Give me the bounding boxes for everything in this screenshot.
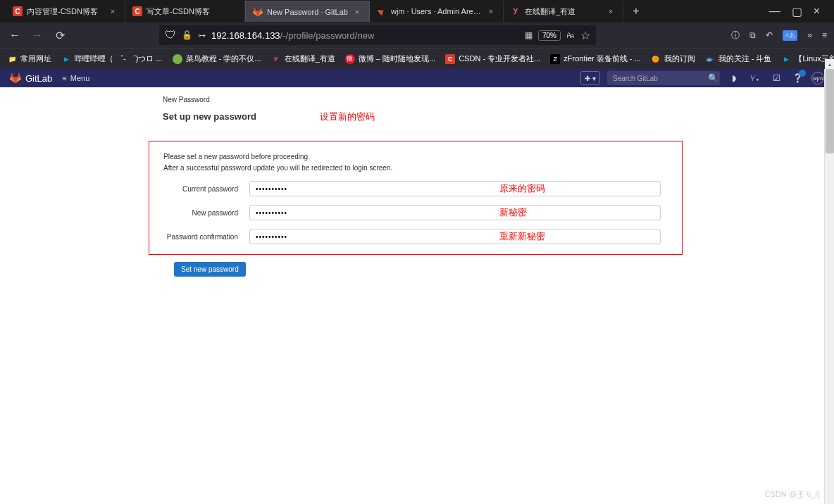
new-tab-button[interactable]: +: [628, 3, 645, 20]
user-avatar[interactable]: wjm: [811, 72, 824, 84]
merge-requests-icon[interactable]: ⑂▾: [748, 71, 762, 85]
todos-icon[interactable]: ☑: [769, 71, 783, 85]
gitlab-menu-button[interactable]: ≡ Menu: [62, 74, 89, 82]
overflow-icon[interactable]: »: [807, 30, 812, 40]
set-new-password-button[interactable]: Set new password: [174, 262, 246, 277]
reload-button[interactable]: ⟳: [52, 27, 68, 43]
back-button[interactable]: ←: [7, 27, 23, 43]
shield-icon[interactable]: 🛡: [165, 29, 176, 42]
scrollbar[interactable]: ▴: [824, 69, 834, 504]
password-form-highlight: Please set a new password before proceed…: [149, 141, 683, 255]
gitlab-search-input[interactable]: [607, 71, 720, 85]
close-icon[interactable]: ×: [352, 8, 362, 16]
bookmark-item[interactable]: 🐟我的关注 - 斗鱼: [705, 53, 772, 64]
confirm-password-input[interactable]: [249, 229, 661, 244]
maximize-button[interactable]: ▢: [792, 5, 802, 18]
browser-toolbar: ← → ⟳ 🛡 🔓 ⊶ 192.168.164.133/-/profile/pa…: [0, 23, 834, 48]
gitlab-logo[interactable]: GitLab: [10, 73, 52, 84]
translate-icon[interactable]: 🗛: [566, 30, 575, 40]
qr-icon[interactable]: ▦: [525, 30, 533, 40]
tab-strip: C 内容管理-CSDN博客 × C 写文章-CSDN博客 New Passwor…: [0, 0, 834, 23]
favicon-gitlab: [253, 7, 263, 17]
page-title: Set up new password: [163, 111, 256, 122]
bookmark-item[interactable]: У在线翻译_有道: [271, 53, 335, 64]
new-password-input[interactable]: [249, 205, 661, 220]
insecure-icon[interactable]: 🔓: [182, 30, 192, 40]
annotation-title: 设置新的密码: [320, 111, 375, 123]
bookmark-item[interactable]: 🟠我的订阅: [651, 53, 695, 64]
bookmark-item[interactable]: CCSDN - 专业开发者社...: [445, 53, 540, 64]
extension-icon[interactable]: ⧉: [749, 30, 756, 40]
translate-ext-icon[interactable]: Aあ: [783, 30, 797, 41]
watermark: CSDN @王 \\_/(: [765, 489, 820, 500]
bookmark-star-icon[interactable]: ☆: [580, 29, 590, 42]
bookmark-item[interactable]: ▶哔哩哔哩（ ゜- ゜)つロ ...: [61, 53, 163, 64]
breadcrumb: New Password: [163, 87, 661, 111]
scrollbar-thumb[interactable]: [826, 69, 834, 153]
current-password-label: Current password: [163, 185, 249, 193]
forward-button[interactable]: →: [30, 27, 45, 43]
browser-tab[interactable]: У 在线翻译_有道 ×: [504, 1, 623, 22]
new-password-label: New password: [163, 209, 249, 217]
browser-tab[interactable]: C 写文章-CSDN博客: [125, 1, 245, 22]
bookmark-item[interactable]: 菜鸟教程 - 学的不仅...: [173, 53, 261, 64]
favicon-csdn: C: [13, 6, 23, 16]
browser-tab-active[interactable]: New Password · GitLab ×: [245, 1, 370, 22]
close-icon[interactable]: ×: [486, 7, 496, 15]
bookmark-item[interactable]: ZzFrontier 装备前线 - ...: [550, 53, 640, 64]
bookmark-item[interactable]: 📁常用网址: [7, 53, 51, 64]
bookmarks-bar: 📁常用网址 ▶哔哩哔哩（ ゜- ゜)つロ ... 菜鸟教程 - 学的不仅... …: [0, 48, 834, 69]
address-bar[interactable]: 🛡 🔓 ⊶ 192.168.164.133/-/profile/password…: [159, 25, 596, 45]
favicon-gitlab: [377, 6, 387, 16]
browser-tab[interactable]: C 内容管理-CSDN博客 ×: [6, 1, 125, 22]
gitlab-navbar: GitLab ≡ Menu ✚ ▾ 🔍 ◗ ⑂▾ ☑ ❔ wjm: [0, 69, 834, 87]
minimize-button[interactable]: —: [769, 5, 780, 18]
search-icon[interactable]: 🔍: [706, 71, 720, 85]
new-dropdown-button[interactable]: ✚ ▾: [580, 71, 600, 85]
confirm-password-label: Password confirmation: [163, 233, 249, 241]
form-note: Please set a new password before proceed…: [163, 151, 682, 174]
help-icon[interactable]: ❔: [790, 71, 804, 85]
favicon-youdao: У: [511, 6, 521, 16]
hamburger-icon: ≡: [62, 74, 66, 82]
close-icon[interactable]: ×: [606, 7, 616, 15]
issues-icon[interactable]: ◗: [727, 71, 741, 85]
url-text: 192.168.164.133/-/profile/password/new: [211, 30, 519, 41]
info-icon[interactable]: ⓘ: [731, 30, 740, 42]
key-icon[interactable]: ⊶: [198, 31, 206, 40]
browser-tab[interactable]: wjm · Users · Admin Area · GitLab ×: [370, 1, 504, 22]
zoom-level[interactable]: 70%: [538, 30, 561, 41]
app-menu-icon[interactable]: ≡: [822, 30, 827, 40]
window-controls: — ▢ ×: [769, 5, 828, 18]
bookmark-item[interactable]: 微微博 – 随时随地发现...: [345, 53, 435, 64]
undo-icon[interactable]: ↶: [766, 30, 773, 40]
close-window-button[interactable]: ×: [814, 5, 820, 18]
current-password-input[interactable]: [249, 181, 661, 196]
favicon-csdn: C: [132, 6, 142, 16]
scroll-up-icon[interactable]: ▴: [825, 59, 834, 69]
close-icon[interactable]: ×: [108, 7, 118, 15]
